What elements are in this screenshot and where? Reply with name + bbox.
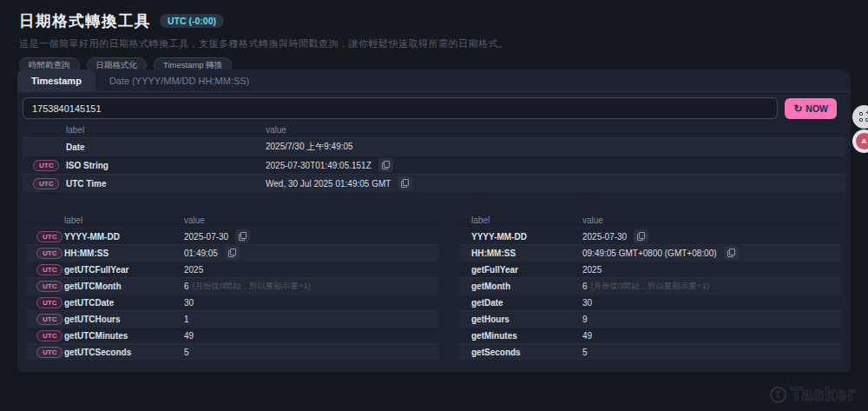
row-value: 2025-07-30 (582, 232, 627, 242)
value-cell: 2025-07-30T01:49:05.151Z (266, 158, 845, 172)
tasker-logo-icon: T (770, 387, 786, 403)
copy-button[interactable] (398, 176, 412, 190)
row-value: 49 (582, 331, 592, 341)
row-value: 2025/7/30 上午9:49:05 (266, 141, 353, 153)
value-cell: 1 (184, 315, 438, 324)
row-note: (月份從0開始，所以要顯示要+1) (591, 281, 709, 292)
badge-cell: UTC (23, 178, 66, 189)
page-subtitle: 這是一個簡單好用的日期格式轉換工具，支援多種格式轉換與時間戳查詢，讓你輕鬆快速取… (19, 37, 835, 50)
utc-badge: UTC (36, 231, 62, 242)
timestamp-input-row: ↻ NOW (23, 97, 845, 119)
tab-date[interactable]: Date (YYYY/MM/DD HH:MM:SS) (95, 70, 263, 92)
copy-button[interactable] (378, 158, 393, 172)
row-label: getUTCMinutes (64, 331, 184, 341)
badge-cell: UTC (26, 314, 64, 325)
tab-timestamp[interactable]: Timestamp (17, 70, 95, 92)
row-value: 6 (582, 282, 588, 291)
utc-badge: UTC (36, 264, 62, 275)
value-cell: 6(月份從0開始，所以要顯示要+1) (184, 281, 438, 292)
row-value: 09:49:05 GMT+0800 (GMT+08:00) (582, 249, 717, 258)
copy-icon (228, 249, 236, 257)
translate-fab-button[interactable]: A (852, 129, 868, 153)
row-value: 01:49:05 (184, 249, 218, 258)
apps-icon: + (859, 112, 868, 122)
value-cell: 6(月份從0開始，所以要顯示要+1) (582, 281, 842, 292)
row-label: getSeconds (471, 348, 582, 357)
table-row: getMonth6(月份從0開始，所以要顯示要+1) (459, 277, 842, 294)
row-value: 5 (582, 348, 588, 357)
table-row: getFullYear2025 (459, 261, 842, 277)
copy-icon (382, 161, 390, 169)
table-row: getSeconds5 (459, 343, 842, 360)
copy-icon (727, 249, 735, 257)
column-header-value: value (582, 215, 842, 225)
value-cell: 2025-07-30 (582, 229, 842, 243)
badge-cell: UTC (26, 248, 64, 259)
value-cell: 2025-07-30 (184, 229, 438, 243)
row-value: 1 (184, 315, 189, 324)
row-label: Date (66, 143, 266, 152)
row-value: 5 (184, 348, 189, 357)
row-value: 2025 (582, 265, 602, 275)
apps-fab-button[interactable]: + (852, 105, 868, 129)
utc-badge: UTC (36, 281, 62, 292)
watermark-brand: Tasker (791, 383, 856, 406)
detail-tables: labelvalueUTCYYYY-MM-DD2025-07-30UTCHH:M… (26, 213, 842, 360)
table-row: Date2025/7/30 上午9:49:05 (23, 137, 845, 156)
copy-icon (239, 232, 247, 241)
copy-icon (637, 232, 645, 241)
row-value: Wed, 30 Jul 2025 01:49:05 GMT (266, 179, 391, 189)
table-row: UTCgetUTCDate30 (26, 294, 438, 310)
table-row: UTCISO String2025-07-30T01:49:05.151Z (23, 156, 845, 174)
utc-badge: UTC (36, 330, 62, 341)
value-cell: 2025 (184, 265, 438, 275)
badge-cell: UTC (26, 264, 64, 275)
value-cell: 5 (184, 348, 438, 357)
row-value: 30 (582, 298, 592, 308)
row-value: 9 (582, 315, 588, 324)
badge-cell: UTC (23, 160, 66, 171)
value-cell: 5 (582, 348, 842, 357)
row-label: getUTCDate (64, 298, 184, 308)
row-value: 6 (184, 282, 189, 291)
value-cell: 30 (582, 298, 842, 308)
value-cell: 01:49:05 (184, 246, 438, 260)
value-cell: 30 (184, 298, 438, 308)
utc-table: labelvalueUTCYYYY-MM-DD2025-07-30UTCHH:M… (26, 213, 438, 360)
badge-cell: UTC (26, 231, 64, 242)
row-value: 2025 (184, 265, 203, 275)
translate-icon: A (856, 133, 868, 149)
table-row: UTCgetUTCFullYear2025 (26, 261, 438, 277)
table-row: YYYY-MM-DD2025-07-30 (459, 228, 842, 244)
table-header: labelvalue (26, 213, 438, 228)
copy-button[interactable] (235, 229, 250, 243)
row-label: getFullYear (471, 265, 582, 275)
timezone-badge: UTC (-0:00) (160, 14, 224, 28)
table-row: UTCUTC TimeWed, 30 Jul 2025 01:49:05 GMT (23, 174, 845, 192)
row-label: getMonth (471, 282, 582, 291)
watermark: T Tasker (770, 383, 856, 406)
now-button[interactable]: ↻ NOW (785, 98, 837, 119)
table-row: getDate30 (459, 294, 842, 310)
copy-button[interactable] (225, 246, 240, 260)
row-value: 2025-07-30T01:49:05.151Z (266, 161, 372, 170)
local-table: labelvalueYYYY-MM-DD2025-07-30HH:MM:SS09… (459, 213, 842, 360)
row-label: YYYY-MM-DD (64, 232, 184, 242)
row-label: getUTCSeconds (64, 348, 184, 357)
utc-badge: UTC (36, 347, 62, 358)
table-row: UTCgetUTCSeconds5 (26, 343, 438, 360)
value-cell: 2025 (582, 265, 842, 275)
column-header-label: label (66, 125, 266, 135)
row-label: getMinutes (471, 331, 582, 341)
timestamp-input[interactable] (23, 97, 778, 119)
column-header-value: value (184, 215, 438, 225)
table-row: UTCYYYY-MM-DD2025-07-30 (26, 228, 438, 244)
value-cell: Wed, 30 Jul 2025 01:49:05 GMT (266, 176, 845, 190)
copy-icon (401, 179, 409, 188)
badge-cell: UTC (26, 330, 64, 341)
refresh-icon: ↻ (793, 104, 802, 113)
copy-button[interactable] (724, 246, 739, 260)
summary-table: labelvalueDate2025/7/30 上午9:49:05UTCISO … (23, 123, 845, 192)
copy-button[interactable] (634, 229, 648, 243)
badge-cell: UTC (26, 347, 64, 358)
